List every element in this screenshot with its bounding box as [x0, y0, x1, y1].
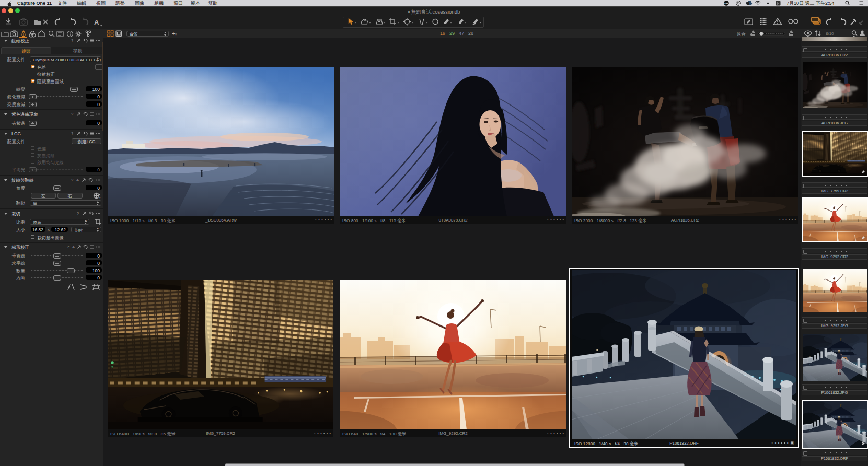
- svg-text:▾: ▾: [99, 196, 101, 199]
- svg-text:LINE: LINE: [724, 3, 728, 5]
